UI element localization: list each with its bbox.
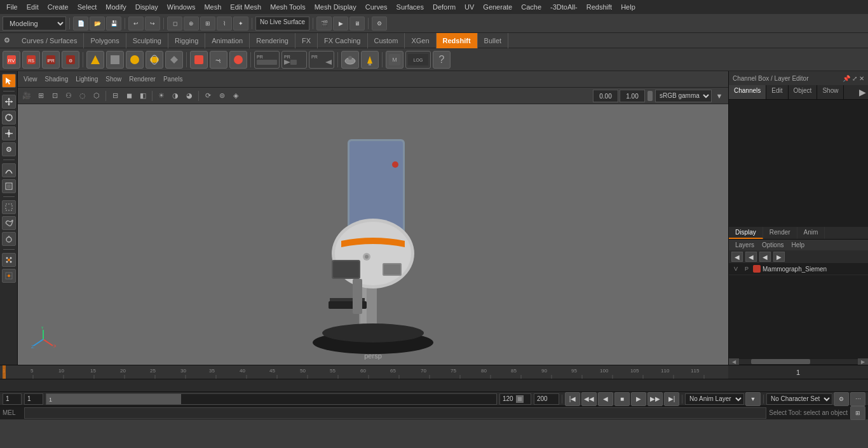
menu-edit[interactable]: Edit xyxy=(23,2,43,12)
tab-curves-surfaces[interactable]: Curves / Surfaces xyxy=(15,33,84,48)
char-set-options[interactable]: ⚙ xyxy=(834,392,849,406)
frame-slider[interactable]: 1 xyxy=(46,393,497,405)
menu-mesh-display[interactable]: Mesh Display xyxy=(311,2,360,12)
soft-mod-tool[interactable] xyxy=(2,163,16,177)
tab-fx[interactable]: FX xyxy=(295,33,318,48)
snap-point-button[interactable]: ✦ xyxy=(233,17,248,31)
tab-custom[interactable]: Custom xyxy=(368,33,405,48)
menu-edit-mesh[interactable]: Edit Mesh xyxy=(226,2,265,12)
workspace-selector[interactable]: Modeling xyxy=(3,17,66,31)
tab-sculpting[interactable]: Sculpting xyxy=(126,33,168,48)
vp-aa-icon[interactable]: ◈ xyxy=(229,90,242,102)
tab-rigging[interactable]: Rigging xyxy=(168,33,205,48)
layer-sub-options[interactable]: Options xyxy=(759,241,786,249)
right-panel-hscroll[interactable]: ◀ ▶ xyxy=(729,358,868,365)
open-file-button[interactable]: 📂 xyxy=(90,17,105,31)
ch-tab-show[interactable]: Show xyxy=(817,85,844,99)
vp-frame-icon[interactable]: ⊞ xyxy=(34,90,47,102)
vp-gamma-arrow[interactable]: ▼ xyxy=(713,90,726,102)
menu-file[interactable]: File xyxy=(3,2,22,12)
tab-rendering[interactable]: Rendering xyxy=(250,33,295,48)
vp-motion-icon[interactable]: ⟳ xyxy=(201,90,214,102)
stop-button[interactable]: ■ xyxy=(614,392,630,406)
layer-btn-2[interactable]: ◀ xyxy=(745,252,757,262)
move-tool[interactable] xyxy=(2,95,16,109)
layer-btn-3[interactable]: ◀ xyxy=(759,252,771,262)
menu-modify[interactable]: Modify xyxy=(102,2,130,12)
shelf-icon-12[interactable] xyxy=(229,51,247,69)
menu-help[interactable]: Help xyxy=(617,2,639,12)
new-file-button[interactable]: 📄 xyxy=(73,17,88,31)
vp-menu-show[interactable]: Show xyxy=(102,75,125,83)
shelf-icon-11[interactable]: ~⌇ xyxy=(210,51,227,69)
frame-current-field[interactable]: 1 xyxy=(3,393,22,405)
vp-menu-view[interactable]: View xyxy=(20,75,41,83)
shelf-lamp-icon[interactable] xyxy=(361,51,379,69)
snap-2[interactable] xyxy=(2,269,16,283)
shelf-icon-6[interactable] xyxy=(106,51,124,69)
vp-menu-lighting[interactable]: Lighting xyxy=(72,75,101,83)
shelf-icon-9[interactable] xyxy=(165,51,183,69)
menu-cache[interactable]: Cache xyxy=(517,2,545,12)
shelf-icon-5[interactable] xyxy=(86,51,104,69)
frame-end-field[interactable]: 120 xyxy=(499,393,531,405)
tab-fx-caching[interactable]: FX Caching xyxy=(318,33,367,48)
char-set-selector[interactable]: No Character Set xyxy=(766,393,832,405)
tab-settings-icon[interactable]: ⚙ xyxy=(1,35,13,46)
layer-tab-display[interactable]: Display xyxy=(729,227,763,239)
script-editor-button[interactable]: ⊞ xyxy=(850,406,865,420)
vp-sync-icon[interactable]: ⚇ xyxy=(62,90,75,102)
vp-pivot-icon[interactable]: ◌ xyxy=(76,90,89,102)
shelf-pr-3[interactable]: PR xyxy=(309,51,334,69)
scroll-right-btn[interactable]: ▶ xyxy=(858,358,868,365)
channel-pin-icon[interactable]: 📌 xyxy=(843,75,850,82)
scroll-left-btn[interactable]: ◀ xyxy=(729,358,739,365)
vp-menu-renderer[interactable]: Renderer xyxy=(126,75,159,83)
tab-polygons[interactable]: Polygons xyxy=(84,33,126,48)
play-forward-button[interactable]: ▶ xyxy=(631,392,646,406)
menu-mesh-tools[interactable]: Mesh Tools xyxy=(266,2,309,12)
layer-sub-help[interactable]: Help xyxy=(789,241,807,249)
skip-forward-button[interactable]: ▶| xyxy=(664,392,679,406)
universal-manip-tool[interactable] xyxy=(2,142,16,156)
shelf-icon-10[interactable] xyxy=(190,51,208,69)
lasso-select-tool[interactable] xyxy=(2,216,16,230)
anim-layer-selector[interactable]: No Anim Layer xyxy=(685,393,744,405)
layer-btn-4[interactable]: ▶ xyxy=(773,252,785,262)
step-forward-button[interactable]: ▶▶ xyxy=(648,392,663,406)
shelf-mat-icon[interactable]: M xyxy=(386,51,403,69)
gamma-selector[interactable]: sRGB gamma xyxy=(655,90,712,102)
menu-windows[interactable]: Windows xyxy=(163,2,200,12)
vp-dof-icon[interactable]: ⊚ xyxy=(215,90,228,102)
shelf-log-icon[interactable]: LOG xyxy=(405,51,431,69)
snap-1[interactable] xyxy=(2,253,16,267)
layer-item[interactable]: V P Mammograph_Siemen xyxy=(729,263,868,275)
vp-menu-panels[interactable]: Panels xyxy=(160,75,186,83)
select-tool[interactable] xyxy=(2,74,16,88)
layer-tab-anim[interactable]: Anim xyxy=(797,227,825,239)
ch-tab-object[interactable]: Object xyxy=(789,85,818,99)
render-view-button[interactable]: 🎬 xyxy=(316,17,332,31)
scale-tool[interactable] xyxy=(2,126,16,140)
show-manip-tool[interactable] xyxy=(2,179,16,193)
menu-redshift[interactable]: Redshift xyxy=(583,2,616,12)
shelf-icon-4[interactable]: ⚙ xyxy=(62,51,79,69)
vp-camera-icon[interactable]: 🎥 xyxy=(20,90,33,102)
tab-bullet[interactable]: Bullet xyxy=(478,33,509,48)
paint-select-tool[interactable] xyxy=(2,232,16,246)
snap-grid-button[interactable]: ⊞ xyxy=(200,17,215,31)
save-file-button[interactable]: 💾 xyxy=(106,17,121,31)
ch-tab-edit[interactable]: Edit xyxy=(766,85,788,99)
anim-end-field[interactable]: 200 xyxy=(534,393,559,405)
play-back-button[interactable]: ◀ xyxy=(598,392,613,406)
shelf-help-icon[interactable]: ? xyxy=(433,51,451,69)
vp-soft-icon[interactable]: ⬡ xyxy=(90,90,103,102)
vp-shadow-icon[interactable]: ◑ xyxy=(169,90,182,102)
vp-wireframe-icon[interactable]: ⊟ xyxy=(109,90,121,102)
step-back-button[interactable]: ◀◀ xyxy=(581,392,597,406)
vp-shading2-icon[interactable]: ◧ xyxy=(137,90,149,102)
menu-deform[interactable]: Deform xyxy=(429,2,459,12)
vp-smooth-icon[interactable]: ◼ xyxy=(123,90,135,102)
undo-button[interactable]: ↩ xyxy=(128,17,144,31)
timeline-ruler[interactable]: 1 5 10 15 20 25 30 35 40 xyxy=(0,365,868,379)
